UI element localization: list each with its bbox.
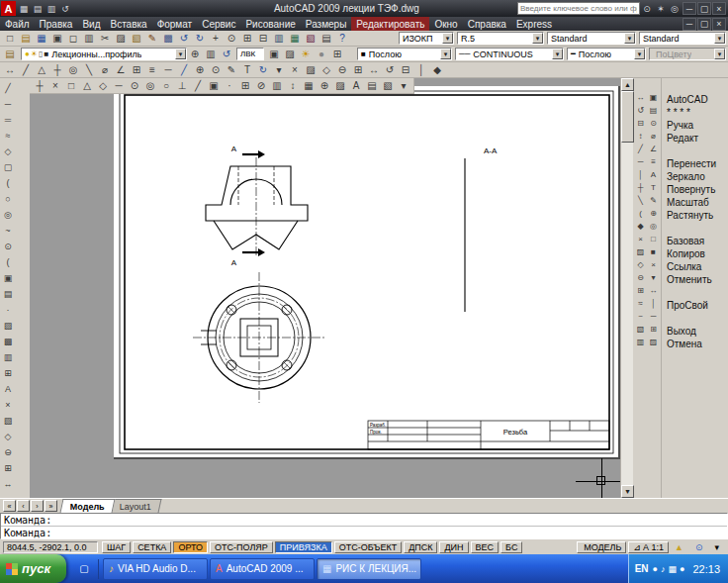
tab-next-button[interactable]: › — [31, 500, 44, 512]
tab-prev-button[interactable]: ‹ — [17, 500, 30, 512]
temp-track-point-icon[interactable]: ┼ — [32, 78, 47, 93]
chamfer-icon[interactable]: ╲ — [634, 194, 647, 207]
zoom-realtime-icon[interactable]: ⊙ — [224, 31, 239, 46]
match-properties-icon[interactable]: ✎ — [144, 31, 160, 46]
mtext-icon[interactable]: A — [0, 381, 16, 397]
toggle-qp[interactable]: БС — [500, 541, 522, 553]
spline-edit-icon[interactable]: ~ — [634, 310, 647, 323]
hatch-icon[interactable]: ▨ — [0, 318, 16, 334]
dim-continue-icon[interactable]: ─ — [160, 62, 176, 77]
hatch-edit-icon[interactable]: ▧ — [634, 323, 647, 336]
help-icon[interactable]: ? — [334, 31, 350, 46]
edit-icon[interactable]: ✎ — [647, 194, 660, 207]
plot-icon[interactable]: ▣ — [49, 31, 65, 46]
screen-menu-base[interactable]: Базовая — [662, 236, 728, 248]
properties-icon[interactable]: ▥ — [634, 336, 647, 348]
screen-menu-cancel[interactable]: Отмена — [662, 339, 728, 351]
menu-tools[interactable]: Сервис — [197, 17, 240, 31]
tolerance-icon[interactable]: ⊕ — [192, 62, 208, 77]
block-icon[interactable]: ▤ — [647, 104, 660, 117]
sheet-set-manager-icon[interactable]: ▤ — [318, 31, 334, 46]
dim-baseline-icon[interactable]: ≡ — [144, 62, 160, 77]
menu-dimension[interactable]: Размеры — [301, 17, 352, 31]
maximize-button[interactable]: ▢ — [697, 2, 711, 15]
qnew-icon[interactable]: □ — [2, 31, 18, 46]
vertical-icon[interactable]: │ — [647, 297, 660, 310]
drawing-canvas[interactable]: ┼×□△◇─⊙◎○⊥╱▣·⊞⊘▥↕▦⊕▨A▤▧▾ — [30, 78, 620, 498]
search-binoculars-icon[interactable]: ⊙ — [640, 2, 654, 15]
tab-model[interactable]: Модель — [60, 499, 116, 513]
copy-icon[interactable]: ▨ — [113, 31, 129, 46]
ellipse-arc-icon[interactable]: ( — [0, 254, 16, 270]
scale-icon[interactable]: ⊟ — [398, 62, 413, 77]
screen-menu-move[interactable]: Перенести — [662, 158, 728, 171]
color-control-combo[interactable]: ■ Послою ▾ — [357, 48, 452, 60]
named-views-icon[interactable]: ▦ — [301, 78, 317, 93]
dim-arc-length-icon[interactable]: △ — [34, 62, 49, 77]
menu-express[interactable]: Express — [511, 17, 557, 31]
screen-menu-rotate[interactable]: Повернуть — [662, 184, 728, 197]
plot-style-control-combo[interactable]: ПоЦвету ▾ — [649, 48, 726, 60]
drawing-sheet[interactable]: Разраб. Пров. Резьба — [114, 86, 620, 459]
toolbar-overflow-icon[interactable]: ▾ — [396, 78, 411, 93]
toggle-ducs[interactable]: ДПСК — [404, 541, 437, 553]
model-button[interactable]: МОДЕЛЬ — [577, 541, 626, 553]
quick-dimension-icon[interactable]: ⊞ — [129, 62, 144, 77]
text-tool-icon[interactable]: A — [348, 78, 364, 93]
revision-cloud-icon[interactable]: ◎ — [0, 207, 16, 223]
delete-icon[interactable]: × — [647, 258, 660, 271]
single-text-icon[interactable]: T — [647, 181, 660, 194]
snap-insert-icon[interactable]: ▣ — [206, 78, 222, 93]
screen-menu-reference[interactable]: Ссылка — [662, 261, 728, 274]
screen-menu-autocad[interactable]: AutoCAD — [662, 94, 728, 107]
menu-file[interactable]: Файл — [0, 17, 35, 31]
infocenter-search-input[interactable] — [517, 2, 640, 15]
3d-orbit-icon[interactable]: ⊕ — [317, 78, 332, 93]
copy-object-icon[interactable]: ▨ — [303, 62, 318, 77]
angle-icon[interactable]: ∠ — [647, 143, 660, 155]
screen-menu-properties[interactable]: ПроСвой — [662, 300, 728, 313]
insert-block-icon[interactable]: ▣ — [0, 270, 16, 286]
scrollbar-thumb[interactable] — [621, 91, 634, 143]
mdi-minimize-button[interactable]: ─ — [682, 18, 696, 31]
construction-line-icon[interactable]: ─ — [0, 96, 16, 112]
arc-icon[interactable]: ( — [0, 175, 16, 191]
screen-menu-edit[interactable]: Редакт — [662, 133, 728, 146]
publish-icon[interactable]: ▥ — [81, 31, 97, 46]
circle-icon[interactable]: ○ — [0, 191, 16, 207]
snap-midpoint-icon[interactable]: △ — [79, 78, 95, 93]
paste-icon[interactable]: ▧ — [129, 31, 144, 46]
menu-modify[interactable]: Редактировать — [351, 17, 429, 31]
menu-edit[interactable]: Правка — [35, 17, 78, 31]
extend-icon[interactable]: ─ — [634, 155, 647, 168]
stretch-icon[interactable]: │ — [413, 62, 429, 77]
start-button[interactable]: пуск — [0, 554, 66, 583]
array-tool-icon[interactable]: ⊞ — [0, 460, 16, 476]
layer-walk-icon[interactable]: ▨ — [282, 47, 298, 61]
text-icon[interactable]: A — [647, 168, 660, 181]
command-input-line[interactable]: Команда: — [1, 527, 727, 539]
make-block-icon[interactable]: ▤ — [0, 286, 16, 302]
erase-icon[interactable]: × — [634, 233, 647, 245]
menu-draw[interactable]: Рисование — [240, 17, 300, 31]
erase-tool-icon[interactable]: × — [0, 397, 16, 413]
screen-menu-scale[interactable]: Масштаб — [662, 197, 728, 210]
gradient-icon[interactable]: ▩ — [0, 334, 16, 349]
toggle-osnap[interactable]: ПРИВЯЗКА — [275, 541, 332, 553]
zoom-window-icon[interactable]: ⊞ — [239, 31, 255, 46]
layer-merge-icon[interactable]: ⊞ — [329, 47, 345, 61]
dim-diameter-icon[interactable]: ⌀ — [97, 62, 113, 77]
point-icon[interactable]: · — [0, 302, 16, 318]
dim-update-icon[interactable]: ↻ — [255, 62, 271, 77]
plot-preview-icon[interactable]: ◻ — [65, 31, 81, 46]
titlebar-menu-icon[interactable]: ▦ — [17, 2, 31, 15]
array-icon[interactable]: ⊞ — [350, 62, 366, 77]
vertical-scrollbar[interactable]: ▲ ▼ — [620, 78, 633, 498]
text-style-combo[interactable]: ИЗОКП▾ — [399, 32, 454, 45]
polyline-icon[interactable]: ≈ — [0, 128, 16, 144]
table-icon[interactable]: ⊞ — [0, 365, 16, 381]
layer-isolate-icon[interactable]: ▣ — [266, 47, 282, 61]
coordinates-readout[interactable]: 8044.5, -2902.1, 0.0 — [3, 541, 98, 553]
solid-icon[interactable]: ■ — [647, 245, 660, 258]
rectangle-icon[interactable]: ▢ — [0, 159, 16, 175]
